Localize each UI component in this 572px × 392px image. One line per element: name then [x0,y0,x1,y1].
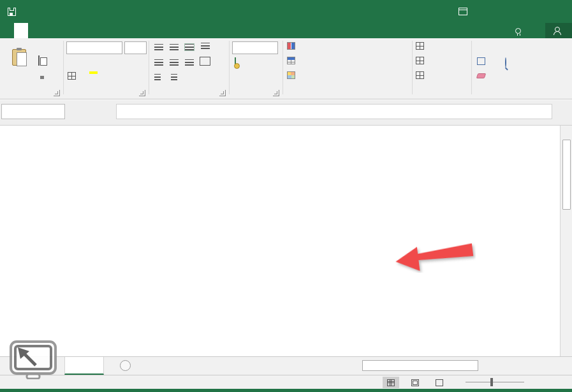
cell-styles-icon [287,71,295,79]
ribbon [0,38,572,99]
format-as-table-button[interactable] [287,57,302,64]
ribbon-display-options-button[interactable] [451,0,475,23]
tab-home[interactable] [14,23,28,38]
clipboard-group-label [0,88,61,98]
normal-view-icon [387,379,395,386]
conditional-formatting-icon [287,42,295,50]
formula-bar [0,100,572,126]
maximize-button[interactable] [524,0,548,23]
align-left-icon[interactable] [154,59,163,66]
normal-view-button[interactable] [383,377,399,388]
cancel-formula-icon[interactable] [75,104,89,119]
copy-icon[interactable] [38,55,40,66]
clear-icon[interactable] [476,73,487,78]
fill-down-icon[interactable] [477,57,485,65]
zoom-slider-track[interactable] [466,382,524,382]
alignment-group-label [149,88,228,98]
tab-data[interactable] [70,23,84,38]
tab-view[interactable] [98,23,112,38]
wrap-text-icon[interactable] [201,42,210,51]
bold-button[interactable] [66,57,77,68]
number-format-combo[interactable] [232,41,278,54]
tab-insert[interactable] [28,23,42,38]
editing-group-label [472,88,541,98]
align-bottom-icon[interactable] [185,44,194,50]
share-button[interactable] [545,23,572,38]
accounting-format-icon[interactable] [235,57,236,68]
tab-abbyy[interactable] [112,23,126,38]
styles-group-label [283,88,411,98]
format-as-table-icon [287,57,295,64]
restore-width-icon[interactable] [475,0,499,23]
align-top-icon[interactable] [154,44,163,50]
tab-help[interactable] [508,23,531,38]
ribbon-tab-bar [0,23,572,38]
scroll-right-icon[interactable] [550,362,559,371]
tab-review[interactable] [84,23,98,38]
scroll-left-icon[interactable] [351,362,360,371]
sign-in-button[interactable] [531,23,545,38]
formula-input[interactable] [116,104,552,119]
enter-formula-icon[interactable] [91,104,105,119]
horizontal-scrollbar[interactable] [351,359,559,373]
comma-style-button[interactable] [267,57,279,66]
tab-file[interactable] [0,23,14,38]
merge-center-icon[interactable] [200,57,210,66]
ribbon-display-icon [458,8,467,15]
insert-cells-button[interactable] [416,42,430,50]
find-select-icon[interactable] [505,57,506,68]
sheet-tab-bar [0,356,572,375]
format-cells-button[interactable] [416,71,430,79]
font-family-combo[interactable] [66,41,122,54]
increase-indent-icon[interactable] [171,73,177,82]
insert-cells-icon [416,42,424,50]
paste-button[interactable] [5,41,33,76]
cells-group-label [413,88,470,98]
zoom-slider-thumb[interactable] [490,378,493,386]
align-center-icon[interactable] [170,59,179,66]
italic-button[interactable] [78,57,89,68]
person-icon [553,27,561,34]
window-bottom-edge [0,389,572,392]
page-layout-view-button[interactable] [407,377,423,388]
format-cells-icon [416,71,424,79]
new-sheet-icon[interactable] [120,360,131,371]
delete-cells-icon [416,57,424,64]
conditional-formatting-button[interactable] [287,42,302,50]
number-dialog-launcher[interactable] [273,90,279,96]
tab-page-layout[interactable] [42,23,56,38]
borders-icon[interactable] [68,72,76,80]
font-color-icon[interactable] [108,70,117,79]
decrease-indent-icon[interactable] [154,73,161,82]
tab-formulas[interactable] [56,23,70,38]
align-middle-icon[interactable] [170,44,179,50]
shrink-font-button[interactable] [129,57,140,68]
scroll-down-icon[interactable] [561,344,572,356]
page-break-view-button[interactable] [431,377,448,388]
autosum-icon[interactable] [477,42,487,52]
delete-cells-button[interactable] [416,57,430,64]
align-right-icon[interactable] [185,59,194,66]
vertical-scroll-thumb[interactable] [562,140,571,210]
horizontal-scroll-thumb[interactable] [362,360,478,371]
scroll-up-icon[interactable] [561,126,572,138]
cell-styles-button[interactable] [287,71,302,79]
font-size-combo[interactable] [124,41,147,54]
alignment-dialog-launcher[interactable] [219,90,226,96]
grow-font-button[interactable] [114,57,125,68]
percent-style-button[interactable] [255,57,265,67]
red-arrow-annotation [394,241,476,273]
name-box[interactable] [1,104,65,119]
minimize-button[interactable] [499,0,524,23]
font-dialog-launcher[interactable] [139,90,145,96]
close-button[interactable] [548,0,572,23]
paste-icon [12,49,26,66]
vertical-scrollbar[interactable] [560,126,572,356]
clipboard-dialog-launcher[interactable] [54,90,60,96]
tab-acrobat[interactable] [126,23,140,38]
underline-button[interactable] [91,57,101,68]
page-layout-icon [411,379,419,386]
sheet-tab-list1[interactable] [64,357,104,375]
lightbulb-icon [515,28,521,34]
spreadsheet-grid[interactable] [0,126,572,356]
